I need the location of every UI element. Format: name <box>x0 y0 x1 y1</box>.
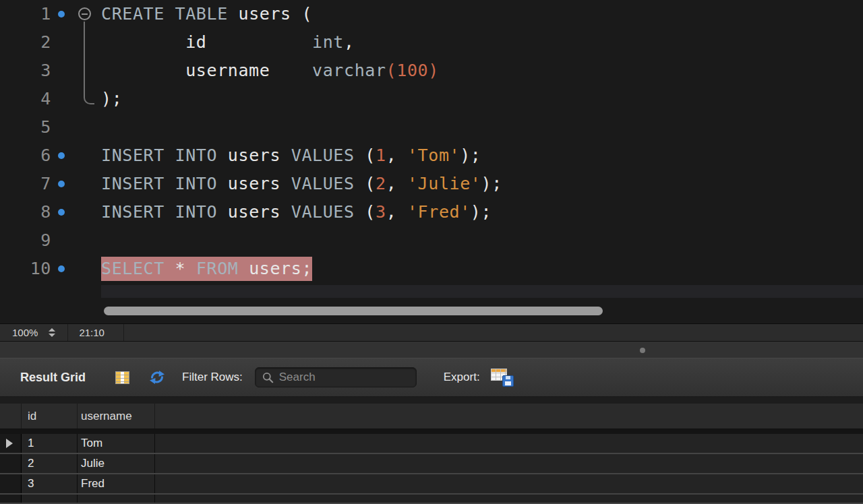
code-token: , <box>386 202 407 222</box>
sql-editor[interactable]: 1CREATE TABLE users (2 id int,3 username… <box>0 0 863 323</box>
zoom-level: 100% <box>12 327 38 338</box>
table-cell[interactable]: 1 <box>22 434 78 453</box>
status-bar: 100% 21:10 <box>0 323 863 341</box>
code-line[interactable]: 10SELECT * FROM users; <box>0 255 863 283</box>
line-number: 8 <box>0 198 51 226</box>
fold-guide-end <box>84 93 94 104</box>
header-filler <box>155 404 863 429</box>
result-grid-title: Result Grid <box>20 371 86 385</box>
pane-splitter[interactable] <box>0 341 863 358</box>
code-text: INSERT INTO users VALUES (3, 'Fred'); <box>101 198 492 226</box>
refresh-icon[interactable] <box>148 369 166 385</box>
search-box[interactable] <box>255 367 417 387</box>
code-line[interactable]: 4); <box>0 85 863 113</box>
export-diskette-icon[interactable] <box>491 369 514 387</box>
code-token: , <box>386 174 407 193</box>
table-row-partial <box>0 495 863 504</box>
code-token: 2 <box>376 174 386 193</box>
code-token: SELECT <box>101 259 165 278</box>
code-token <box>165 259 175 278</box>
code-token: 3 <box>376 202 386 222</box>
table-cell[interactable]: 3 <box>22 474 78 493</box>
code-line[interactable]: 2 id int, <box>0 28 863 57</box>
row-filler <box>155 434 863 453</box>
code-token: FROM <box>196 259 239 278</box>
line-number: 6 <box>0 141 51 170</box>
code-token: VALUES <box>291 174 355 193</box>
code-line[interactable]: 1CREATE TABLE users ( <box>0 0 863 28</box>
table-cell[interactable]: Julie <box>78 454 155 473</box>
grid-toggle-icon[interactable] <box>115 371 129 384</box>
line-number: 5 <box>0 113 51 141</box>
code-text: id int, <box>101 28 355 57</box>
column-header-id[interactable]: id <box>22 404 78 429</box>
statement-marker-col <box>51 265 71 272</box>
grid-rows: 1Tom2Julie3Fred <box>0 434 863 504</box>
statement-marker-icon <box>58 11 65 18</box>
separator <box>123 324 124 342</box>
horizontal-scrollbar[interactable] <box>104 307 603 315</box>
code-text: SELECT * FROM users; <box>101 255 312 283</box>
line-number: 7 <box>0 170 51 198</box>
code-text: ); <box>101 85 122 113</box>
row-filler <box>155 474 863 493</box>
code-token: CREATE TABLE <box>101 4 228 24</box>
table-cell[interactable]: 2 <box>22 454 78 473</box>
code-line[interactable]: 9 <box>0 226 863 255</box>
code-token: 'Fred' <box>407 202 471 222</box>
table-cell[interactable]: Tom <box>78 434 155 453</box>
code-line[interactable]: 3 username varchar(100) <box>0 57 863 85</box>
code-token: , <box>386 146 407 165</box>
line-number: 4 <box>0 85 51 113</box>
code-token: id <box>101 32 312 52</box>
code-token: , <box>344 32 355 52</box>
code-line[interactable]: 6INSERT INTO users VALUES (1, 'Tom'); <box>0 141 863 170</box>
code-lines: 1CREATE TABLE users (2 id int,3 username… <box>0 0 863 283</box>
filter-rows-label: Filter Rows: <box>182 371 243 384</box>
row-marker-gutter <box>0 434 22 453</box>
code-token: ); <box>101 89 122 108</box>
code-token: INSERT INTO <box>101 146 217 165</box>
code-token: ); <box>481 174 502 193</box>
statement-marker-col <box>51 209 71 216</box>
row-marker-gutter <box>0 454 22 473</box>
cursor-line-highlight <box>101 285 863 298</box>
statement-marker-icon <box>58 265 65 272</box>
current-row-arrow-icon <box>6 439 13 448</box>
column-header-username[interactable]: username <box>78 404 155 429</box>
row-filler <box>155 454 863 473</box>
grid-header-gap <box>0 429 863 434</box>
code-token: int <box>312 32 344 52</box>
code-token <box>185 259 196 278</box>
chevron-up-icon <box>49 328 55 332</box>
table-cell <box>22 495 78 503</box>
chevron-down-icon <box>49 334 55 337</box>
code-token: VALUES <box>291 202 355 222</box>
table-row[interactable]: 3Fred <box>0 474 863 495</box>
code-line[interactable]: 5 <box>0 113 863 141</box>
zoom-stepper[interactable] <box>49 328 55 337</box>
result-grid: idusername 1Tom2Julie3Fred <box>0 397 863 504</box>
code-token: varchar <box>312 61 386 80</box>
grid-top-gap <box>0 397 863 404</box>
code-token: ( <box>355 146 376 165</box>
code-token: ( <box>355 202 376 222</box>
table-row[interactable]: 2Julie <box>0 454 863 474</box>
statement-marker-icon <box>58 152 65 159</box>
code-line[interactable]: 8INSERT INTO users VALUES (3, 'Fred'); <box>0 198 863 226</box>
table-cell[interactable]: Fred <box>78 474 155 493</box>
separator <box>67 324 68 342</box>
line-number: 1 <box>0 0 51 28</box>
code-token: users ( <box>228 4 312 24</box>
code-line[interactable]: 7INSERT INTO users VALUES (2, 'Julie'); <box>0 170 863 198</box>
code-token: 1 <box>376 146 386 165</box>
search-input[interactable] <box>279 371 404 384</box>
statement-marker-col <box>51 181 71 187</box>
code-token: ); <box>471 202 492 222</box>
fold-guide-line <box>84 22 85 93</box>
fold-collapse-icon[interactable] <box>78 7 91 20</box>
code-token: (100) <box>386 61 439 80</box>
table-row[interactable]: 1Tom <box>0 434 863 454</box>
code-text: INSERT INTO users VALUES (1, 'Tom'); <box>101 141 481 170</box>
statement-marker-icon <box>58 181 65 187</box>
